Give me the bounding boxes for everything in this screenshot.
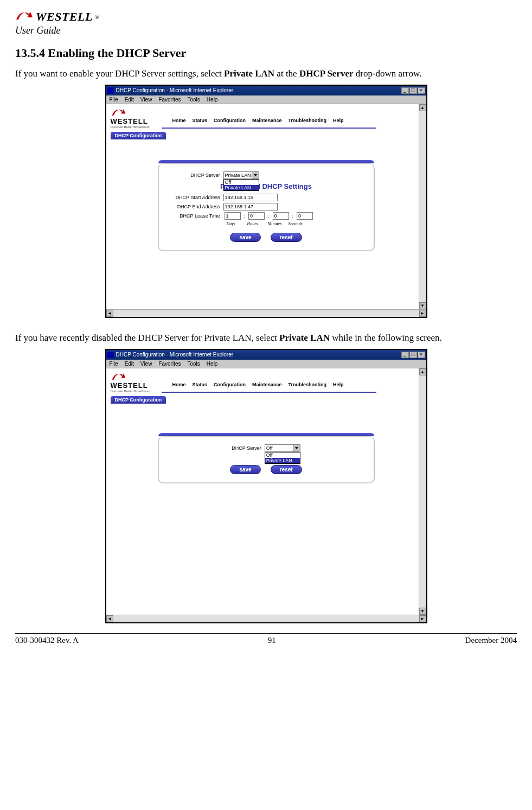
menu-file[interactable]: File [110, 361, 118, 367]
reset-button[interactable]: reset [271, 233, 302, 242]
reset-button[interactable]: reset [271, 465, 302, 474]
registered-icon: ® [95, 14, 99, 20]
lease-hours-input[interactable]: 0 [248, 212, 265, 220]
menu-edit[interactable]: Edit [125, 97, 134, 103]
vertical-scrollbar[interactable]: ▲ ▼ [419, 368, 426, 615]
p2-pre: If you have recently disabled the DHCP S… [15, 333, 279, 343]
maximize-button[interactable]: □ [409, 87, 417, 94]
menu-tools[interactable]: Tools [187, 97, 200, 103]
save-button[interactable]: save [230, 233, 260, 242]
scroll-down-icon[interactable]: ▼ [419, 608, 426, 615]
nav-configuration[interactable]: Configuration [214, 118, 246, 123]
menu-file[interactable]: File [110, 97, 118, 103]
scroll-down-icon[interactable]: ▼ [419, 302, 426, 309]
swoosh-icon [111, 107, 127, 117]
scroll-up-icon[interactable]: ▲ [419, 104, 426, 111]
close-button[interactable]: × [418, 87, 425, 94]
brand-logo: WESTELL ® [15, 10, 517, 24]
menu-help[interactable]: Help [207, 97, 218, 103]
horizontal-scrollbar[interactable]: ◄ ► [106, 615, 426, 622]
nav-status[interactable]: Status [193, 382, 208, 387]
settings-card: DHCP Server Private LAN Off Private LAN … [158, 163, 375, 251]
minimize-button[interactable]: _ [401, 87, 409, 94]
guide-label: User Guide [15, 25, 517, 36]
footer-left: 030-300432 Rev. A [15, 636, 79, 645]
paragraph-2: If you have recently disabled the DHCP S… [15, 332, 517, 345]
close-button[interactable]: × [418, 352, 425, 358]
dhcp-server-select[interactable]: Off [265, 444, 300, 452]
dhcp-server-select[interactable]: Private LAN [223, 171, 259, 179]
colon-3: : [292, 213, 294, 219]
nav-maintenance[interactable]: Maintenance [252, 382, 282, 387]
nav-help[interactable]: Help [333, 382, 344, 387]
nav-maintenance[interactable]: Maintenance [252, 118, 282, 123]
dhcp-start-label: DHCP Start Address [165, 195, 223, 200]
colon-1: : [244, 213, 246, 219]
menu-favorites[interactable]: Favorites [158, 97, 181, 103]
save-button[interactable]: save [230, 465, 260, 474]
scroll-up-icon[interactable]: ▲ [419, 368, 426, 375]
chevron-down-icon [252, 172, 259, 178]
p2-post: while in the following screen. [330, 333, 442, 343]
maximize-button[interactable]: □ [409, 352, 417, 358]
brand-name: WESTELL [36, 10, 93, 24]
lease-days-input[interactable]: 1 [225, 212, 241, 220]
section-title: 13.5.4 Enabling the DHCP Server [15, 46, 517, 60]
menu-help[interactable]: Help [207, 361, 218, 367]
menu-edit[interactable]: Edit [125, 361, 134, 367]
vertical-scrollbar[interactable]: ▲ ▼ [419, 104, 426, 309]
nav-configuration[interactable]: Configuration [214, 382, 246, 387]
nav-troubleshooting[interactable]: Troubleshooting [289, 118, 327, 123]
dhcp-start-input[interactable]: 192.168.1.15 [223, 194, 278, 201]
section-number: 13.5.4 [15, 46, 45, 60]
scroll-right-icon[interactable]: ► [419, 615, 426, 622]
minimize-button[interactable]: _ [401, 352, 409, 358]
section-heading: Enabling the DHCP Server [48, 46, 187, 60]
brand-name-inline: WESTELL [111, 381, 148, 390]
lease-seconds-input[interactable]: 0 [297, 212, 313, 220]
ie-menu: File Edit View Favorites Tools Help [106, 360, 426, 368]
lease-minutes-input[interactable]: 0 [273, 212, 289, 220]
menu-view[interactable]: View [140, 361, 152, 367]
menu-view[interactable]: View [140, 97, 152, 103]
scroll-left-icon[interactable]: ◄ [106, 615, 113, 622]
nav-status[interactable]: Status [193, 118, 208, 123]
option-private-lan[interactable]: Private LAN [265, 458, 300, 463]
nav-home[interactable]: Home [172, 118, 186, 123]
nav-help[interactable]: Help [333, 118, 344, 123]
colon-2: : [268, 213, 270, 219]
unit-minutes: Minutes [268, 221, 289, 226]
menu-favorites[interactable]: Favorites [158, 361, 181, 367]
dhcp-lease-label: DHCP Lease Time [165, 213, 223, 219]
dhcp-server-dropdown[interactable]: Off Private LAN [223, 179, 259, 191]
dhcp-server-value: Off [266, 445, 273, 451]
dhcp-server-dropdown[interactable]: Off Private LAN [265, 452, 300, 464]
tab-dhcp-configuration[interactable]: DHCP Configuration [111, 132, 166, 139]
browser-content: WESTELL Discover Better Broadband Home S… [106, 104, 426, 317]
option-off[interactable]: Off [224, 180, 259, 185]
ie-menu: File Edit View Favorites Tools Help [106, 95, 426, 104]
p2-bold: Private LAN [279, 333, 330, 343]
unit-hours: Hours [247, 221, 268, 226]
ie-titlebar: DHCP Configuration - Microsoft Internet … [106, 86, 426, 95]
nav-troubleshooting[interactable]: Troubleshooting [289, 382, 327, 387]
chevron-down-icon [293, 445, 300, 451]
dhcp-end-label: DHCP End Address [165, 204, 223, 209]
brand-name-inline: WESTELL [111, 117, 148, 125]
tab-dhcp-configuration[interactable]: DHCP Configuration [111, 396, 166, 404]
ie-app-icon [107, 87, 114, 94]
scroll-left-icon[interactable]: ◄ [106, 310, 113, 317]
lease-unit-labels: Days Hours Minutes Seconds [227, 221, 368, 226]
settings-card: DHCP Server Off Off Private LAN save [158, 436, 375, 483]
dhcp-end-input[interactable]: 192.168.1.47 [223, 203, 278, 211]
scroll-right-icon[interactable]: ► [419, 310, 426, 317]
nav-underline [162, 392, 376, 393]
nav-bar: Home Status Configuration Maintenance Tr… [172, 379, 422, 388]
option-off[interactable]: Off [265, 452, 300, 458]
nav-home[interactable]: Home [172, 382, 186, 387]
option-private-lan[interactable]: Private LAN [224, 185, 259, 190]
nav-underline [162, 127, 376, 129]
menu-tools[interactable]: Tools [187, 361, 200, 367]
footer-right: December 2004 [465, 636, 517, 645]
horizontal-scrollbar[interactable]: ◄ ► [106, 309, 426, 317]
